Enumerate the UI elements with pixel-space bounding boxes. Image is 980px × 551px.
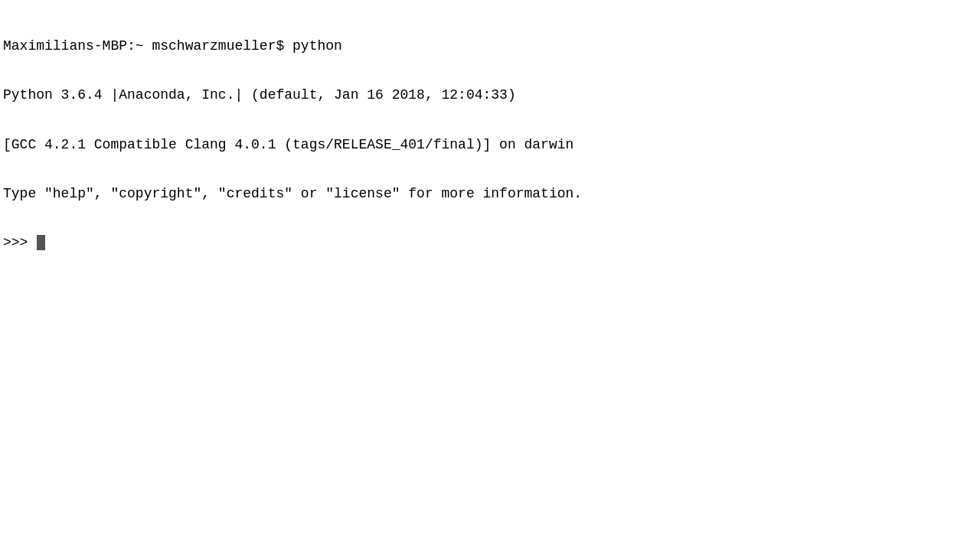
python-version-line: Python 3.6.4 |Anaconda, Inc.| (default, … <box>3 86 977 104</box>
prompt-text: >>> <box>3 233 36 252</box>
terminal-window[interactable]: Maximilians-MBP:~ mschwarzmueller$ pytho… <box>0 0 980 551</box>
help-info-line: Type "help", "copyright", "credits" or "… <box>3 184 977 203</box>
terminal-cursor <box>37 235 45 250</box>
shell-command-line: Maximilians-MBP:~ mschwarzmueller$ pytho… <box>3 37 977 55</box>
python-prompt-line[interactable]: >>> <box>3 233 977 252</box>
gcc-info-line: [GCC 4.2.1 Compatible Clang 4.0.1 (tags/… <box>3 135 977 154</box>
